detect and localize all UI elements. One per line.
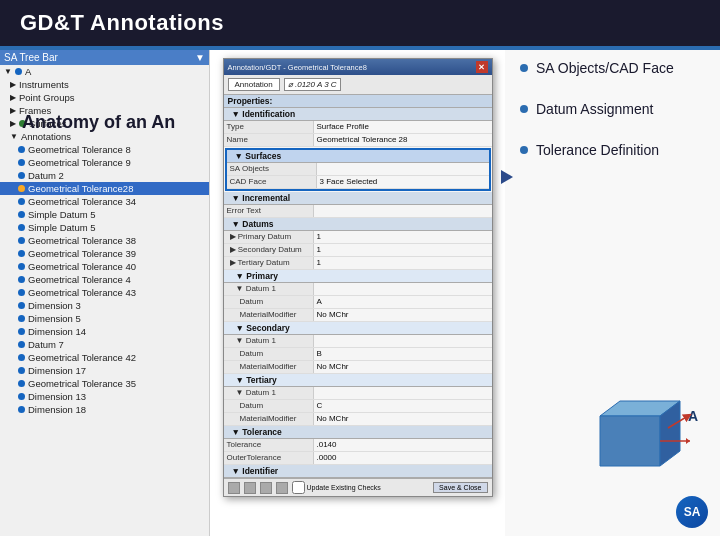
tree-item-simpledatum5a[interactable]: Simple Datum 5: [0, 208, 209, 221]
footer-icon-1[interactable]: [228, 482, 240, 494]
treebar-header: SA Tree Bar ▼: [0, 50, 209, 65]
tree-item-frames[interactable]: ▶ Frames: [0, 104, 209, 117]
sa-logo-circle: SA: [676, 496, 708, 528]
footer-icon-4[interactable]: [276, 482, 288, 494]
prop-datum1-secondary: ▼ Datum 1: [224, 335, 492, 348]
annotation-label: Annotation: [228, 78, 280, 91]
tree-item-geo9[interactable]: Geometrical Tolerance 9: [0, 156, 209, 169]
tree-item-geo35[interactable]: Geometrical Tolerance 35: [0, 377, 209, 390]
tree-item-geo42[interactable]: Geometrical Tolerance 42: [0, 351, 209, 364]
surfaces-header: ▼ Surfaces: [227, 150, 489, 163]
prop-cad-face: CAD Face 3 Face Selected: [227, 176, 489, 189]
prop-error-text: Error Text: [224, 205, 492, 218]
tree-item-geo4[interactable]: Geometrical Tolerance 4: [0, 273, 209, 286]
prop-secondary-datum: ▶ Secondary Datum 1: [224, 244, 492, 257]
tree-item-instruments[interactable]: ▶ Instruments: [0, 78, 209, 91]
tree-item-a[interactable]: ▼ A: [0, 65, 209, 78]
tolerance-svg: A: [580, 386, 710, 486]
prop-datum-b: Datum B: [224, 348, 492, 361]
incremental-header: ▼ Incremental: [224, 192, 492, 205]
prop-tertiary-datum: ▶ Tertiary Datum 1: [224, 257, 492, 270]
tree-item-geo38[interactable]: Geometrical Tolerance 38: [0, 234, 209, 247]
datums-header: ▼ Datums: [224, 218, 492, 231]
prop-datum-a: Datum A: [224, 296, 492, 309]
bullet-item-0: SA Objects/CAD Face: [520, 60, 705, 76]
prop-datum-c: Datum C: [224, 400, 492, 413]
prop-datum1-primary: ▼ Datum 1: [224, 283, 492, 296]
checkbox-label: Update Existing Checks: [307, 484, 381, 491]
prop-primary-datum: ▶ Primary Datum 1: [224, 231, 492, 244]
tree-item-geo34[interactable]: Geometrical Tolerance 34: [0, 195, 209, 208]
tertiary-sub-header: ▼ Tertiary: [224, 374, 492, 387]
page-header: GD&T Annotations: [0, 0, 720, 46]
svg-marker-6: [686, 438, 690, 444]
bullet-text-1: Datum Assignment: [536, 101, 654, 117]
sa-treebar: SA Tree Bar ▼ ▼ A ▶ Instruments ▶ Point …: [0, 50, 210, 536]
annotation-dialog: Annotation/GDT - Geometrical Tolerance8 …: [223, 58, 493, 497]
tolerance-header: ▼ Tolerance: [224, 426, 492, 439]
tree-item-geo43[interactable]: Geometrical Tolerance 43: [0, 286, 209, 299]
properties-header: Properties:: [224, 95, 492, 108]
bullet-dot-2: [520, 146, 528, 154]
identifier-header: ▼ Identifier: [224, 465, 492, 478]
main-content: Anatomy of an An SA Tree Bar ▼ ▼ A ▶ Ins…: [0, 50, 720, 536]
tree-item-dim14[interactable]: Dimension 14: [0, 325, 209, 338]
center-panel: Annotation/GDT - Geometrical Tolerance8 …: [210, 50, 505, 536]
sa-logo: SA: [676, 496, 708, 528]
bullet-dot-0: [520, 64, 528, 72]
prop-name: Name Geometrical Tolerance 28: [224, 134, 492, 147]
dialog-title: Annotation/GDT - Geometrical Tolerance8: [228, 63, 367, 72]
tree-item-datum2[interactable]: Datum 2: [0, 169, 209, 182]
bullet-item-2: Tolerance Definition: [520, 142, 705, 158]
prop-tolerance-val: Tolerance .0140: [224, 439, 492, 452]
prop-sa-objects: SA Objects: [227, 163, 489, 176]
treebar-collapse[interactable]: ▼: [195, 52, 205, 63]
tree-item-geo40[interactable]: Geometrical Tolerance 40: [0, 260, 209, 273]
surfaces-section: ▼ Surfaces SA Objects CAD Face 3 Face Se…: [225, 148, 491, 191]
dialog-footer: Update Existing Checks Save & Close: [224, 478, 492, 496]
tree-item-geo8[interactable]: Geometrical Tolerance 8: [0, 143, 209, 156]
tolerance-visualization: A: [580, 386, 700, 486]
page-title: GD&T Annotations: [20, 10, 224, 35]
tree-item-point-groups[interactable]: ▶ Point Groups: [0, 91, 209, 104]
treebar-title: SA Tree Bar: [4, 52, 58, 63]
tree-item-dim13[interactable]: Dimension 13: [0, 390, 209, 403]
tree-item-dim5[interactable]: Dimension 5: [0, 312, 209, 325]
prop-type: Type Surface Profile: [224, 121, 492, 134]
checkbox-area: Update Existing Checks: [292, 481, 381, 494]
tree-item-annotations[interactable]: ▼ Annotations: [0, 130, 209, 143]
identification-header: ▼ Identification: [224, 108, 492, 121]
annotation-header: Annotation ⌀ .0120 A 3 C: [224, 75, 492, 95]
tree-item-surfaces[interactable]: ▶ Surfaces: [0, 117, 209, 130]
bullet-dot-1: [520, 105, 528, 113]
primary-sub-header: ▼ Primary: [224, 270, 492, 283]
tree-item-simpledatum5b[interactable]: Simple Datum 5: [0, 221, 209, 234]
prop-outer-tolerance: OuterTolerance .0000: [224, 452, 492, 465]
bullet-items: SA Objects/CAD Face Datum Assignment Tol…: [520, 60, 705, 183]
bullet-item-1: Datum Assignment: [520, 101, 705, 117]
prop-material-mod-c: MaterialModifier No MChr: [224, 413, 492, 426]
prop-datum1-tertiary: ▼ Datum 1: [224, 387, 492, 400]
prop-material-mod-a: MaterialModifier No MChr: [224, 309, 492, 322]
arrow-indicator: [501, 170, 513, 184]
tree-item-datum7[interactable]: Datum 7: [0, 338, 209, 351]
footer-icon-3[interactable]: [260, 482, 272, 494]
tree-item-geo28[interactable]: Geometrical Tolerance28: [0, 182, 209, 195]
bullet-text-0: SA Objects/CAD Face: [536, 60, 674, 76]
tolerance-value: ⌀ .0120 A 3 C: [284, 78, 341, 91]
bullet-text-2: Tolerance Definition: [536, 142, 659, 158]
tree-item-dim3[interactable]: Dimension 3: [0, 299, 209, 312]
footer-icon-2[interactable]: [244, 482, 256, 494]
secondary-sub-header: ▼ Secondary: [224, 322, 492, 335]
svg-marker-1: [600, 416, 660, 466]
prop-material-mod-b: MaterialModifier No MChr: [224, 361, 492, 374]
svg-text:A: A: [688, 408, 698, 424]
dialog-titlebar: Annotation/GDT - Geometrical Tolerance8 …: [224, 59, 492, 75]
tree-item-dim17[interactable]: Dimension 17: [0, 364, 209, 377]
tree-item-dim18[interactable]: Dimension 18: [0, 403, 209, 416]
update-checks-checkbox[interactable]: [292, 481, 305, 494]
right-panel: SA Objects/CAD Face Datum Assignment Tol…: [505, 50, 720, 536]
save-close-button[interactable]: Save & Close: [433, 482, 487, 493]
dialog-close-button[interactable]: ✕: [476, 61, 488, 73]
tree-item-geo39[interactable]: Geometrical Tolerance 39: [0, 247, 209, 260]
